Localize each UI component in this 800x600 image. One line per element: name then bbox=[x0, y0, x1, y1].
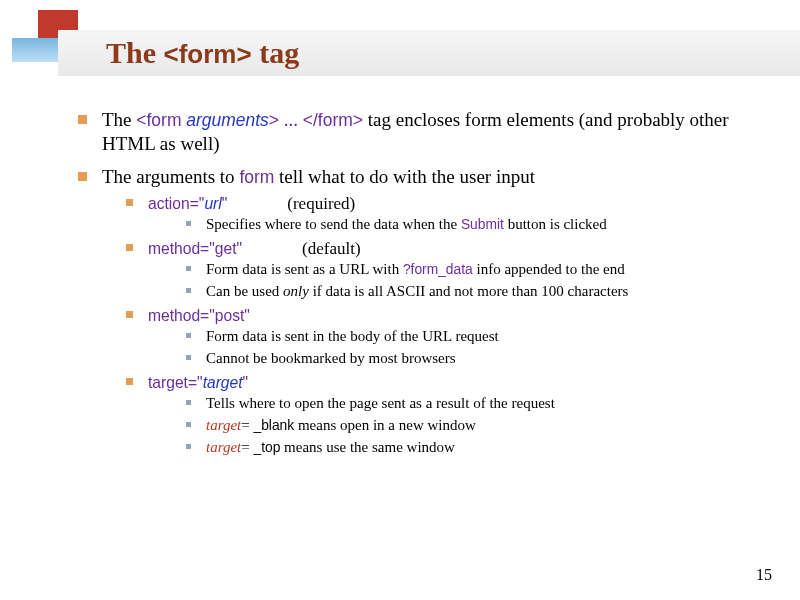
title-code: <form> bbox=[164, 39, 252, 69]
title-bar: The <form> tag bbox=[58, 30, 800, 76]
bullet-get-url: Form data is sent as a URL with ?form_da… bbox=[176, 260, 750, 279]
bullet-method-post: method="post" Form data is sent in the b… bbox=[118, 305, 750, 368]
bullet-target-desc: Tells where to open the page sent as a r… bbox=[176, 394, 750, 413]
slide-number: 15 bbox=[756, 566, 772, 584]
bullet-target-blank: target= _blank means open in a new windo… bbox=[176, 416, 750, 435]
bullet-get-ascii: Can be used only if data is all ASCII an… bbox=[176, 282, 750, 301]
bullet-post-bookmark: Cannot be bookmarked by most browsers bbox=[176, 349, 750, 368]
bullet-form-tag: The <form arguments> ... </form> tag enc… bbox=[78, 108, 750, 157]
bullet-arguments: The arguments to form tell what to do wi… bbox=[78, 165, 750, 458]
slide-content: The <form arguments> ... </form> tag enc… bbox=[78, 108, 750, 465]
blue-square-icon bbox=[12, 38, 58, 62]
bullet-action: action="url"(required) Specifies where t… bbox=[118, 193, 750, 234]
title-pre: The bbox=[106, 36, 164, 69]
bullet-target: target="target" Tells where to open the … bbox=[118, 372, 750, 457]
bullet-target-top: target= _top means use the same window bbox=[176, 438, 750, 457]
bullet-action-desc: Specifies where to send the data when th… bbox=[176, 215, 750, 234]
slide-title: The <form> tag bbox=[106, 36, 299, 70]
bullet-method-get: method="get"(default) Form data is sent … bbox=[118, 238, 750, 301]
bullet-post-body: Form data is sent in the body of the URL… bbox=[176, 327, 750, 346]
title-post: tag bbox=[252, 36, 300, 69]
